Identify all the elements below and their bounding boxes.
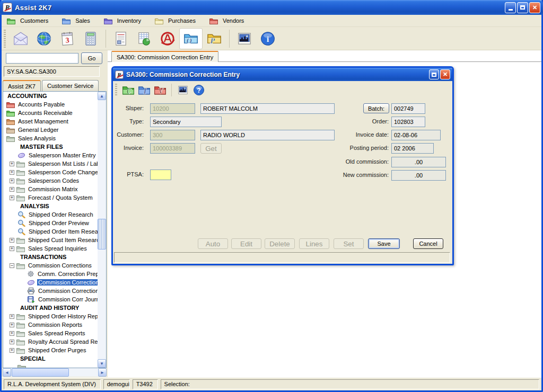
tab-customer-service[interactable]: Customer Service bbox=[42, 80, 99, 91]
close-button[interactable]: ✕ bbox=[529, 2, 540, 13]
acrobat-icon[interactable] bbox=[156, 28, 179, 49]
picture-icon[interactable] bbox=[233, 28, 256, 49]
tree-item[interactable]: Salesperson Master Entry bbox=[3, 151, 98, 159]
horizontal-scroll-thumb[interactable] bbox=[12, 368, 69, 377]
tree-item[interactable]: + Shipped Order History Rep bbox=[3, 312, 98, 320]
batch-button[interactable]: Batch: bbox=[363, 103, 389, 113]
scroll-down-button[interactable]: ▼ bbox=[98, 359, 106, 368]
tree-item-label: ACCOUNTING bbox=[6, 93, 48, 99]
slsper-name-field[interactable]: ROBERT MALCOLM bbox=[200, 103, 335, 114]
tree-item[interactable]: Commission Correction bbox=[3, 287, 98, 295]
expand-plus-icon[interactable]: + bbox=[10, 195, 14, 200]
dialog-toolbar-grip[interactable] bbox=[115, 84, 117, 96]
folder-blue-icon bbox=[62, 17, 71, 24]
tree-vertical-scrollbar[interactable]: ▲ ▼ bbox=[98, 92, 106, 368]
tree-item[interactable]: − Commission Corrections bbox=[3, 261, 98, 270]
ptsa-field[interactable] bbox=[150, 170, 171, 180]
tab-assist-2k7[interactable]: Assist 2K7 bbox=[3, 80, 41, 91]
tree-item[interactable]: Comm. Correction Prep bbox=[3, 270, 98, 278]
document-icon[interactable] bbox=[109, 28, 133, 49]
tree-item[interactable]: Asset Management bbox=[3, 117, 98, 126]
expand-plus-icon[interactable]: + bbox=[10, 187, 14, 192]
folder-v-icon[interactable]: V bbox=[152, 83, 168, 97]
tree-item[interactable]: Shipped Order Preview bbox=[3, 219, 98, 227]
expand-plus-icon[interactable]: + bbox=[10, 179, 14, 183]
expand-plus-icon[interactable]: + bbox=[10, 314, 14, 319]
expand-plus-icon[interactable]: + bbox=[10, 340, 14, 344]
expand-plus-icon[interactable]: + bbox=[10, 162, 14, 166]
workspace-tab[interactable]: SA300: Commission Correction Entry bbox=[111, 51, 218, 62]
maximize-button[interactable] bbox=[517, 2, 528, 13]
new-commission-field[interactable]: .00 bbox=[391, 170, 446, 181]
expand-plus-icon[interactable]: + bbox=[10, 323, 14, 327]
dialog-maximize-button[interactable] bbox=[429, 69, 439, 79]
tree-item[interactable]: Shipped Order Item Resear bbox=[3, 227, 98, 236]
tree-item-label: Salesperson Mst Lists / Lab bbox=[27, 161, 98, 167]
tree-item[interactable]: + Salesperson Mst Lists / Lab bbox=[3, 159, 98, 168]
folder-c-icon[interactable]: C bbox=[120, 83, 136, 97]
tree-item[interactable]: + Forecast / Quota System bbox=[3, 193, 98, 202]
type-field[interactable]: Secondary bbox=[150, 117, 222, 127]
tree-horizontal-scrollbar[interactable]: ◄ ► bbox=[3, 368, 107, 377]
calculator-icon[interactable] bbox=[79, 28, 102, 49]
folder-i-icon[interactable]: I bbox=[136, 83, 152, 97]
tree-item[interactable]: Accounts Receivable bbox=[3, 109, 98, 117]
expand-plus-icon[interactable]: + bbox=[10, 331, 14, 336]
powerpoint-icon[interactable]: P bbox=[203, 28, 226, 49]
tree-item[interactable]: + Sales Spread Reports bbox=[3, 329, 98, 337]
tree-item[interactable]: + Shipped Cust Item Researc bbox=[3, 236, 98, 244]
order-field[interactable]: 102803 bbox=[391, 117, 425, 127]
tree-item[interactable]: + Salesperson Codes bbox=[3, 176, 98, 185]
mail-icon[interactable] bbox=[9, 28, 32, 49]
invoice-date-field[interactable]: 02-08-06 bbox=[391, 130, 441, 140]
dialog-close-button[interactable]: ✕ bbox=[440, 69, 450, 79]
old-commission-field[interactable]: .00 bbox=[391, 157, 446, 167]
menu-item-customers[interactable]: Customers bbox=[7, 17, 48, 24]
picture-icon[interactable] bbox=[175, 83, 191, 97]
tree-item[interactable] bbox=[3, 363, 98, 368]
workspace: SA300: Commission Correction Entry R SA3… bbox=[108, 50, 541, 377]
go-button[interactable]: Go bbox=[81, 52, 102, 64]
tree-item[interactable]: Commission Corr Journ bbox=[3, 295, 98, 304]
scroll-up-button[interactable]: ▲ bbox=[98, 92, 106, 100]
batch-field[interactable]: 002749 bbox=[391, 103, 425, 114]
outlook-icon[interactable]: O bbox=[179, 28, 203, 49]
expand-plus-icon[interactable]: + bbox=[10, 170, 14, 175]
collapse-minus-icon[interactable]: − bbox=[10, 263, 14, 268]
info-icon[interactable]: i bbox=[256, 28, 279, 49]
menu-item-purchases[interactable]: Purchases bbox=[155, 17, 196, 24]
vertical-scroll-thumb[interactable] bbox=[98, 219, 106, 250]
tree-item[interactable]: + Shipped Order Purges bbox=[3, 346, 98, 354]
tree-item[interactable]: Commission Correction bbox=[3, 278, 98, 287]
scroll-right-button[interactable]: ► bbox=[98, 368, 107, 377]
menu-item-sales[interactable]: Sales bbox=[62, 17, 90, 24]
save-button[interactable]: Save bbox=[368, 238, 400, 249]
tree-item[interactable]: Shipped Order Research bbox=[3, 210, 98, 219]
menu-item-inventory[interactable]: Inventory bbox=[104, 17, 141, 24]
posting-period-field[interactable]: 02 2006 bbox=[391, 143, 434, 154]
spreadsheet-icon[interactable] bbox=[133, 28, 156, 49]
help-icon[interactable]: ? bbox=[191, 83, 207, 97]
menu-item-vendors[interactable]: Vendors bbox=[209, 17, 244, 24]
tree-item[interactable]: General Ledger bbox=[3, 126, 98, 134]
svg-text:O: O bbox=[187, 37, 192, 44]
tree-item[interactable]: + Royalty Accrual Spread Re bbox=[3, 337, 98, 346]
toolbar-grip[interactable] bbox=[4, 30, 6, 48]
minimize-button[interactable] bbox=[505, 2, 516, 13]
tree-item[interactable]: + Salesperson Code Change/ bbox=[3, 168, 98, 176]
tree-item[interactable]: + Sales Spread Inquiries bbox=[3, 244, 98, 253]
tree-item[interactable]: + Commission Reports bbox=[3, 320, 98, 329]
cancel-button[interactable]: Cancel bbox=[413, 238, 443, 249]
globe-icon[interactable] bbox=[32, 28, 56, 49]
calendar-icon[interactable]: 3 bbox=[56, 28, 79, 49]
expand-plus-icon[interactable]: + bbox=[10, 238, 14, 243]
expand-plus-icon[interactable]: + bbox=[10, 348, 14, 353]
tree-item[interactable]: Accounts Payable bbox=[3, 100, 98, 109]
search-input[interactable] bbox=[6, 53, 78, 64]
scroll-left-button[interactable]: ◄ bbox=[3, 368, 11, 377]
expand-plus-icon[interactable]: + bbox=[10, 246, 14, 251]
tree-item[interactable]: + Commission Matrix bbox=[3, 185, 98, 193]
tree-item[interactable]: Sales Analysis bbox=[3, 134, 98, 142]
new-commission-label: New commission: bbox=[293, 172, 389, 178]
menu-item-label: Customers bbox=[20, 17, 48, 24]
